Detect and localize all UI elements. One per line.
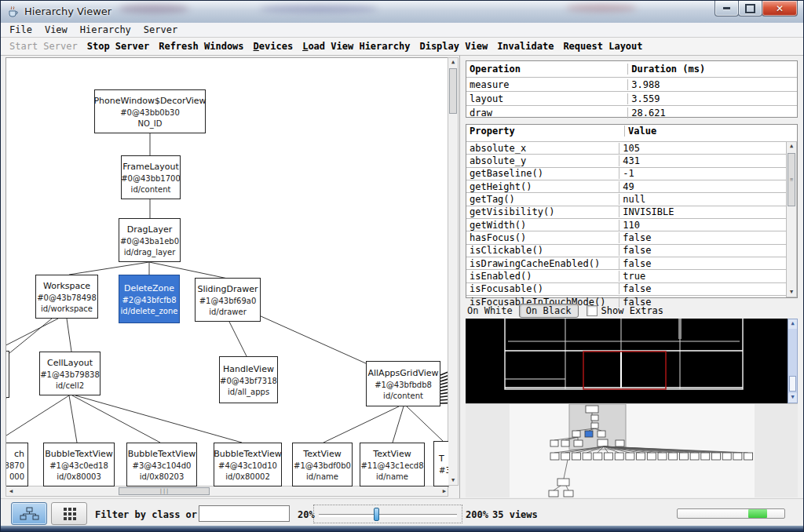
scroll-up-icon[interactable]: ▲ bbox=[787, 142, 796, 151]
scroll-thumb[interactable] bbox=[449, 68, 457, 114]
toolbar-devices[interactable]: Devices bbox=[249, 41, 298, 52]
toolbar-refresh-windows[interactable]: Refresh Windows bbox=[154, 41, 248, 52]
tree-horizontal-scrollbar[interactable]: ◀ ||| ▶ bbox=[5, 486, 448, 497]
tree-node-tv1[interactable]: TextView#1@43bdf0b0id/name bbox=[292, 443, 353, 486]
scroll-up-icon[interactable]: ▲ bbox=[788, 319, 797, 329]
app-window: Hierarchy Viewer ✕ FileViewHierarchyServ… bbox=[0, 0, 804, 532]
menu-hierarchy[interactable]: Hierarchy bbox=[75, 24, 138, 36]
scroll-right-icon[interactable]: ▶ bbox=[438, 486, 448, 496]
zoom-slider[interactable] bbox=[313, 505, 462, 523]
toolbar-request-layout[interactable]: Request Layout bbox=[558, 41, 647, 52]
property-name: isClickable() bbox=[466, 245, 619, 256]
filter-input[interactable] bbox=[199, 505, 290, 522]
scroll-down-icon[interactable]: ▼ bbox=[788, 393, 797, 403]
table-row[interactable]: isFocusable()false bbox=[466, 282, 786, 295]
toolbar-display-view[interactable]: Display View bbox=[415, 41, 492, 52]
minimize-button[interactable] bbox=[714, 1, 739, 16]
menu-file[interactable]: File bbox=[4, 24, 39, 36]
table-row[interactable]: isClickable()false bbox=[466, 244, 786, 257]
scroll-up-icon[interactable]: ▲ bbox=[448, 58, 458, 67]
close-button[interactable]: ✕ bbox=[762, 1, 798, 16]
tree-node-tv11[interactable]: TextView#11@43c1ecd8id/name bbox=[360, 443, 425, 486]
tree-overview-minimap[interactable] bbox=[466, 403, 798, 497]
node-name: CellLayout bbox=[47, 358, 93, 368]
node-address: #0@43ba1eb0 bbox=[120, 237, 179, 246]
property-value: false bbox=[619, 245, 786, 256]
scroll-down-icon[interactable]: ▼ bbox=[448, 476, 458, 485]
table-row[interactable]: measure3.988 bbox=[466, 77, 797, 91]
tree-node-slidingdrawer[interactable]: SlidingDrawer#1@43bf69a0id/drawer bbox=[195, 278, 261, 322]
node-name: TextView bbox=[373, 449, 411, 459]
table-row[interactable]: absolute_y431 bbox=[466, 154, 786, 166]
property-name: isDrawingCacheEnabled() bbox=[466, 258, 619, 269]
tree-node-partial_left[interactable] bbox=[5, 351, 9, 398]
close-icon: ✕ bbox=[776, 3, 784, 14]
on-black-button[interactable]: On Black bbox=[519, 304, 579, 318]
column-header: Value bbox=[625, 126, 797, 137]
table-row[interactable]: getBaseline()-1 bbox=[466, 167, 786, 180]
tree-vertical-scrollbar[interactable]: ▲ ▼ bbox=[448, 57, 459, 486]
tree-node-decor[interactable]: PhoneWindow$DecorView#0@43bb0b30NO_ID bbox=[94, 89, 206, 133]
tree-node-btv4[interactable]: BubbleTextView#4@43c10d10id/0x80002 bbox=[214, 443, 282, 486]
glass-reflection bbox=[119, 4, 189, 13]
grid-view-mode-button[interactable] bbox=[51, 502, 87, 525]
table-row[interactable]: isEnabled()true bbox=[466, 269, 786, 282]
property-scrollbar[interactable]: ▲ ≡ ▼ bbox=[786, 141, 797, 297]
show-extras-label: Show Extras bbox=[601, 305, 663, 316]
tree-node-workspace[interactable]: Workspace#0@43b78498id/workspace bbox=[35, 275, 98, 319]
maximize-button[interactable] bbox=[738, 1, 762, 16]
tree-node-deletezone[interactable]: DeleteZone#2@43bfcfb8id/delete_zone bbox=[119, 275, 180, 323]
property-name: getTag() bbox=[466, 194, 619, 205]
table-row[interactable]: layout3.559 bbox=[466, 91, 797, 105]
table-row[interactable]: absolute_x105 bbox=[466, 141, 786, 154]
menu-server[interactable]: Server bbox=[138, 24, 185, 36]
scroll-left-icon[interactable]: ◀ bbox=[6, 486, 16, 496]
maximize-icon bbox=[745, 4, 755, 13]
tree-node-btv3[interactable]: BubbleTextView#3@43c104d0id/0x80203 bbox=[126, 443, 197, 486]
scroll-thumb[interactable]: ≡ bbox=[788, 153, 795, 206]
tree-node-handleview[interactable]: HandleView#0@43bf7318id/all_apps bbox=[219, 356, 278, 403]
java-app-icon bbox=[7, 5, 20, 18]
node-name: PhoneWindow$DecorView bbox=[93, 96, 206, 106]
menu-view[interactable]: View bbox=[39, 24, 75, 36]
toolbar-start-server[interactable]: Start Server bbox=[5, 41, 82, 52]
tree-canvas[interactable]: PhoneWindow$DecorView#0@43bb0b30NO_IDFra… bbox=[5, 57, 449, 487]
table-row[interactable]: getVisibility()INVISIBLE bbox=[466, 206, 786, 218]
tree-node-drag[interactable]: DragLayer#0@43ba1eb0id/drag_layer bbox=[119, 218, 181, 262]
tree-node-celllayout[interactable]: CellLayout#1@43b79838id/cell2 bbox=[39, 352, 100, 395]
property-name: isEnabled() bbox=[466, 271, 619, 282]
table-row[interactable]: getHeight()49 bbox=[466, 180, 786, 192]
title-bar[interactable]: Hierarchy Viewer ✕ bbox=[1, 1, 803, 24]
table-row[interactable]: hasFocus()false bbox=[466, 231, 786, 243]
preview-scrollbar[interactable]: ▲ ▼ bbox=[788, 319, 798, 403]
toolbar-load-view-hierarchy[interactable]: Load View Hierarchy bbox=[298, 41, 415, 52]
toolbar-stop-server[interactable]: Stop Server bbox=[82, 41, 154, 52]
tree-node-partial_bottom_left[interactable]: ch08870000 bbox=[5, 443, 28, 486]
layout-preview[interactable]: ▲ ▼ bbox=[466, 319, 798, 403]
table-row[interactable]: getWidth()110 bbox=[466, 218, 786, 231]
table-row[interactable]: draw28.621 bbox=[466, 105, 797, 119]
node-address: #0@43bf7318 bbox=[220, 377, 277, 385]
window-title: Hierarchy Viewer bbox=[24, 5, 111, 17]
tree-node-allapps[interactable]: AllAppsGridView#1@43bfbdb8id/content bbox=[366, 361, 440, 406]
show-extras-checkbox[interactable] bbox=[587, 305, 598, 316]
tree-view-icon bbox=[19, 507, 39, 520]
scroll-down-icon[interactable]: ▼ bbox=[787, 288, 796, 297]
tree-node-partial_right[interactable]: T#3 bbox=[433, 441, 449, 486]
tree-node-btv1[interactable]: BubbleTextView#1@43c0ed18id/0x80003 bbox=[43, 443, 115, 486]
scroll-thumb[interactable] bbox=[789, 376, 796, 392]
tree-node-frame[interactable]: FrameLayout#0@43bb1700id/content bbox=[121, 155, 181, 199]
tree-view-mode-button[interactable] bbox=[11, 502, 47, 525]
table-row[interactable]: getTag()null bbox=[466, 192, 786, 205]
scroll-thumb[interactable]: ||| bbox=[119, 487, 210, 495]
progress-chunk bbox=[748, 509, 767, 518]
property-name: getHeight() bbox=[466, 181, 619, 192]
node-name: T bbox=[439, 454, 444, 464]
property-name: isFocusable() bbox=[466, 283, 619, 294]
table-row[interactable]: isDrawingCacheEnabled()false bbox=[466, 257, 786, 269]
toolbar-invalidate[interactable]: Invalidate bbox=[492, 41, 558, 52]
slider-thumb[interactable] bbox=[374, 508, 379, 521]
node-name: HandleView bbox=[223, 364, 274, 374]
node-id: id/drag_layer bbox=[124, 248, 176, 257]
on-white-button[interactable]: On White bbox=[466, 304, 519, 317]
